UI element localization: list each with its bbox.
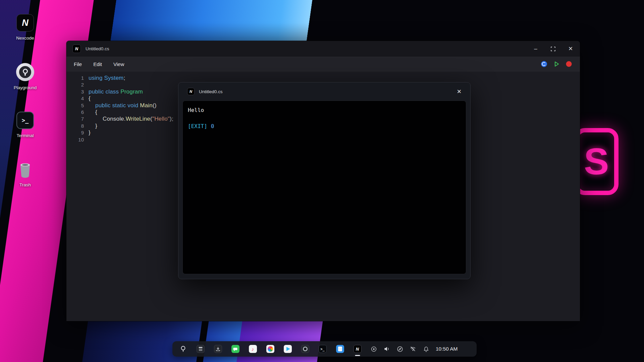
store-icon xyxy=(284,345,292,353)
stop-button[interactable] xyxy=(565,60,573,68)
messages-button[interactable] xyxy=(231,345,240,354)
installer-icon xyxy=(214,345,222,353)
s-logo-letter: S xyxy=(584,143,609,180)
store-button[interactable] xyxy=(283,345,292,354)
playground-icon-stem xyxy=(24,73,26,76)
menu-file[interactable]: File xyxy=(74,61,82,67)
files-icon xyxy=(336,345,344,353)
desktop-icon-label: Playground xyxy=(14,85,37,90)
volume-button[interactable] xyxy=(383,345,390,353)
line-number: 4 xyxy=(66,95,89,102)
minimize-button[interactable]: – xyxy=(532,46,539,52)
nexcode-app-icon: N xyxy=(187,88,195,95)
nexcode-taskbar-button[interactable]: N xyxy=(353,345,362,354)
stop-icon xyxy=(565,60,573,68)
close-button[interactable]: ✕ xyxy=(567,46,574,52)
nexcode-app-icon: N xyxy=(16,14,34,32)
exit-status-line: [EXIT]0 xyxy=(188,122,461,130)
camera-button[interactable] xyxy=(301,345,310,354)
messages-icon xyxy=(231,345,239,353)
active-app-indicator xyxy=(355,355,360,356)
nexcode-logo-letter: N xyxy=(22,18,29,28)
line-number: 2 xyxy=(66,81,89,88)
line-number: 6 xyxy=(66,109,89,116)
menu-view[interactable]: View xyxy=(113,61,124,67)
window-title: Untitled0.cs xyxy=(86,46,109,51)
maximize-icon xyxy=(551,47,555,51)
code-line: 1using System; xyxy=(66,75,580,81)
music-button[interactable]: ♪ xyxy=(248,345,257,354)
browser-button[interactable] xyxy=(396,345,404,353)
line-number: 7 xyxy=(66,116,89,122)
playground-icon xyxy=(16,63,34,81)
nexcode-logo-letter: N xyxy=(190,89,192,94)
line-number: 9 xyxy=(66,129,89,136)
build-button[interactable] xyxy=(540,60,548,68)
volume-icon xyxy=(383,346,390,352)
wifi-button[interactable] xyxy=(409,345,417,353)
line-number: 5 xyxy=(66,102,89,109)
desktop-icon-label: Nexcode xyxy=(16,36,34,41)
wifi-off-icon xyxy=(410,346,416,352)
desktop-icon-label: Trash xyxy=(19,182,31,187)
run-controls xyxy=(540,60,573,68)
trash-icon xyxy=(16,160,34,178)
nexcode-app-icon: N xyxy=(72,45,81,53)
terminal-icon: >_ xyxy=(319,345,327,353)
window-controls: – ✕ xyxy=(532,46,574,52)
desktop-icon-terminal[interactable]: >_ Terminal xyxy=(7,112,44,138)
bell-icon xyxy=(423,346,429,352)
record-button[interactable] xyxy=(370,345,377,353)
exit-code: 0 xyxy=(211,123,214,129)
window-titlebar[interactable]: N Untitled0.cs – ✕ xyxy=(66,41,580,57)
line-number: 8 xyxy=(66,123,89,129)
output-dialog: N Untitled0.cs ✕ Hello [EXIT]0 xyxy=(178,82,471,279)
exit-label: [EXIT] xyxy=(188,123,207,129)
run-button[interactable] xyxy=(553,60,560,68)
dialog-titlebar[interactable]: N Untitled0.cs ✕ xyxy=(178,82,470,101)
music-icon: ♪ xyxy=(249,345,257,353)
dialog-close-button[interactable]: ✕ xyxy=(457,88,462,95)
playground-icon-inner xyxy=(19,66,31,78)
launcher-icon xyxy=(179,345,187,353)
desktop-icon-playground[interactable]: Playground xyxy=(7,63,44,90)
console-line: Hello xyxy=(188,106,461,114)
build-icon xyxy=(540,60,548,68)
photos-icon xyxy=(266,345,274,353)
calculator-button[interactable] xyxy=(196,345,205,354)
camera-icon xyxy=(301,345,309,353)
run-icon xyxy=(553,60,560,68)
terminal-icon: >_ xyxy=(16,112,34,129)
calculator-icon xyxy=(197,345,205,353)
files-button[interactable] xyxy=(335,345,344,354)
taskbar: ♪ >_ xyxy=(172,341,477,357)
menu-bar: File Edit View xyxy=(66,57,580,71)
record-icon xyxy=(371,346,377,352)
launcher-button[interactable] xyxy=(178,345,187,354)
terminal-prompt-glyph: >_ xyxy=(22,117,29,124)
menu-edit[interactable]: Edit xyxy=(93,61,102,67)
clock[interactable]: 10:50 AM xyxy=(436,346,458,352)
installer-button[interactable] xyxy=(213,345,222,354)
playground-icon-ring xyxy=(23,69,28,74)
nexcode-app-icon: N xyxy=(354,345,362,353)
taskbar-tray xyxy=(370,345,430,353)
wallpaper-s-logo: S xyxy=(574,128,619,195)
nexcode-logo-letter: N xyxy=(75,46,78,51)
dialog-title: Untitled0.cs xyxy=(199,89,223,94)
notifications-button[interactable] xyxy=(422,345,430,353)
line-number: 10 xyxy=(66,136,89,143)
taskbar-apps: ♪ >_ xyxy=(178,345,362,354)
browser-compass-icon xyxy=(397,346,403,352)
terminal-button[interactable]: >_ xyxy=(318,345,327,354)
line-number: 1 xyxy=(66,75,89,81)
photos-button[interactable] xyxy=(266,345,275,354)
desktop: S N Nexcode Playground >_ Terminal Trash xyxy=(0,0,644,362)
line-number: 3 xyxy=(66,88,89,95)
desktop-icon-nexcode[interactable]: N Nexcode xyxy=(7,14,44,41)
desktop-icon-label: Terminal xyxy=(16,133,34,138)
console-output[interactable]: Hello [EXIT]0 xyxy=(182,101,466,274)
desktop-icon-trash[interactable]: Trash xyxy=(7,160,44,187)
maximize-button[interactable] xyxy=(550,46,556,52)
